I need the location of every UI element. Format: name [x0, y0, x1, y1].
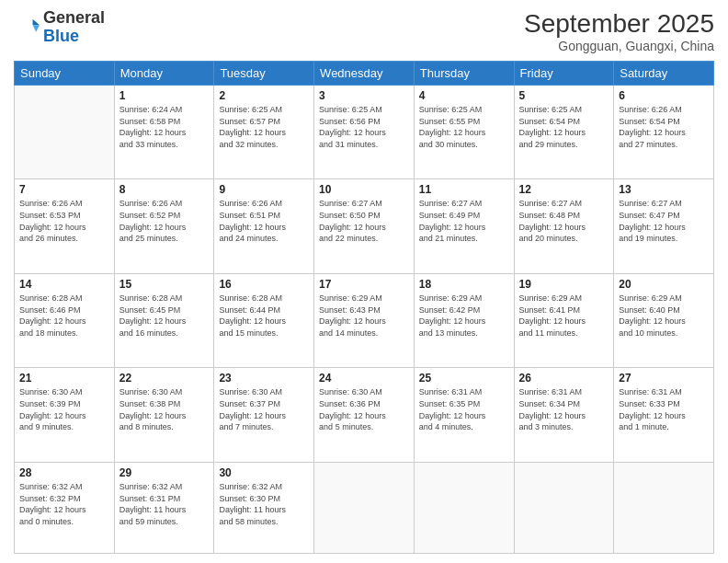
logo-general: General [43, 8, 105, 27]
cell-info: Sunrise: 6:31 AM Sunset: 6:35 PM Dayligh… [419, 386, 509, 432]
calendar-cell: 26Sunrise: 6:31 AM Sunset: 6:34 PM Dayli… [514, 368, 614, 462]
day-number: 20 [619, 278, 709, 291]
weekday-header: Sunday [15, 62, 115, 86]
day-number: 1 [119, 89, 210, 102]
day-number: 24 [319, 372, 409, 385]
calendar-cell [314, 462, 415, 553]
calendar-cell [514, 462, 614, 553]
calendar-cell [414, 462, 514, 553]
cell-info: Sunrise: 6:31 AM Sunset: 6:34 PM Dayligh… [519, 386, 609, 432]
logo: General Blue [14, 9, 105, 46]
day-number: 7 [19, 183, 109, 196]
logo-blue: Blue [43, 27, 79, 45]
svg-marker-1 [33, 25, 40, 31]
cell-info: Sunrise: 6:28 AM Sunset: 6:45 PM Dayligh… [119, 293, 210, 339]
day-number: 6 [619, 89, 709, 102]
day-number: 22 [119, 372, 210, 385]
calendar-cell: 17Sunrise: 6:29 AM Sunset: 6:43 PM Dayli… [314, 273, 415, 367]
cell-info: Sunrise: 6:25 AM Sunset: 6:55 PM Dayligh… [419, 104, 509, 150]
cell-info: Sunrise: 6:29 AM Sunset: 6:41 PM Dayligh… [519, 293, 609, 339]
calendar-cell: 13Sunrise: 6:27 AM Sunset: 6:47 PM Dayli… [614, 179, 714, 273]
day-number: 2 [219, 89, 309, 102]
calendar-cell: 28Sunrise: 6:32 AM Sunset: 6:32 PM Dayli… [15, 462, 115, 553]
calendar-cell: 25Sunrise: 6:31 AM Sunset: 6:35 PM Dayli… [414, 368, 514, 462]
day-number: 8 [119, 183, 210, 196]
calendar-cell: 11Sunrise: 6:27 AM Sunset: 6:49 PM Dayli… [414, 179, 514, 273]
calendar-cell: 4Sunrise: 6:25 AM Sunset: 6:55 PM Daylig… [414, 86, 514, 179]
cell-info: Sunrise: 6:30 AM Sunset: 6:39 PM Dayligh… [19, 386, 109, 432]
day-number: 21 [19, 372, 109, 385]
cell-info: Sunrise: 6:32 AM Sunset: 6:31 PM Dayligh… [119, 481, 210, 527]
day-number: 14 [19, 278, 109, 291]
day-number: 28 [19, 466, 109, 479]
day-number: 10 [319, 183, 409, 196]
cell-info: Sunrise: 6:26 AM Sunset: 6:54 PM Dayligh… [619, 104, 709, 150]
calendar-cell: 20Sunrise: 6:29 AM Sunset: 6:40 PM Dayli… [614, 273, 714, 367]
cell-info: Sunrise: 6:25 AM Sunset: 6:54 PM Dayligh… [519, 104, 609, 150]
day-number: 4 [419, 89, 509, 102]
logo-icon [14, 15, 40, 40]
cell-info: Sunrise: 6:27 AM Sunset: 6:49 PM Dayligh… [419, 198, 509, 244]
calendar-cell: 2Sunrise: 6:25 AM Sunset: 6:57 PM Daylig… [214, 86, 314, 179]
day-number: 23 [219, 372, 309, 385]
day-number: 16 [219, 278, 309, 291]
day-number: 11 [419, 183, 509, 196]
calendar-cell: 3Sunrise: 6:25 AM Sunset: 6:56 PM Daylig… [314, 86, 415, 179]
calendar: SundayMondayTuesdayWednesdayThursdayFrid… [14, 61, 714, 554]
calendar-cell: 24Sunrise: 6:30 AM Sunset: 6:36 PM Dayli… [314, 368, 415, 462]
cell-info: Sunrise: 6:28 AM Sunset: 6:46 PM Dayligh… [19, 293, 109, 339]
weekday-header: Saturday [614, 62, 714, 86]
calendar-cell: 5Sunrise: 6:25 AM Sunset: 6:54 PM Daylig… [514, 86, 614, 179]
cell-info: Sunrise: 6:27 AM Sunset: 6:47 PM Dayligh… [619, 198, 709, 244]
weekday-header: Tuesday [214, 62, 314, 86]
day-number: 5 [519, 89, 609, 102]
location: Gongguan, Guangxi, China [524, 39, 714, 53]
cell-info: Sunrise: 6:29 AM Sunset: 6:42 PM Dayligh… [419, 293, 509, 339]
calendar-cell: 22Sunrise: 6:30 AM Sunset: 6:38 PM Dayli… [114, 368, 214, 462]
day-number: 27 [619, 372, 709, 385]
calendar-cell: 6Sunrise: 6:26 AM Sunset: 6:54 PM Daylig… [614, 86, 714, 179]
day-number: 3 [319, 89, 409, 102]
day-number: 25 [419, 372, 509, 385]
day-number: 29 [119, 466, 210, 479]
calendar-cell: 21Sunrise: 6:30 AM Sunset: 6:39 PM Dayli… [15, 368, 115, 462]
cell-info: Sunrise: 6:30 AM Sunset: 6:37 PM Dayligh… [219, 386, 309, 432]
page: General Blue September 2025 Gongguan, Gu… [0, 0, 728, 563]
cell-info: Sunrise: 6:29 AM Sunset: 6:40 PM Dayligh… [619, 293, 709, 339]
calendar-cell: 16Sunrise: 6:28 AM Sunset: 6:44 PM Dayli… [214, 273, 314, 367]
calendar-cell: 7Sunrise: 6:26 AM Sunset: 6:53 PM Daylig… [15, 179, 115, 273]
cell-info: Sunrise: 6:27 AM Sunset: 6:50 PM Dayligh… [319, 198, 409, 244]
calendar-cell: 9Sunrise: 6:26 AM Sunset: 6:51 PM Daylig… [214, 179, 314, 273]
cell-info: Sunrise: 6:25 AM Sunset: 6:57 PM Dayligh… [219, 104, 309, 150]
calendar-cell [614, 462, 714, 553]
day-number: 12 [519, 183, 609, 196]
title-block: September 2025 Gongguan, Guangxi, China [524, 9, 714, 53]
day-number: 17 [319, 278, 409, 291]
calendar-cell: 1Sunrise: 6:24 AM Sunset: 6:58 PM Daylig… [114, 86, 214, 179]
weekday-header: Friday [514, 62, 614, 86]
cell-info: Sunrise: 6:25 AM Sunset: 6:56 PM Dayligh… [319, 104, 409, 150]
cell-info: Sunrise: 6:32 AM Sunset: 6:30 PM Dayligh… [219, 481, 309, 527]
day-number: 19 [519, 278, 609, 291]
calendar-cell: 19Sunrise: 6:29 AM Sunset: 6:41 PM Dayli… [514, 273, 614, 367]
cell-info: Sunrise: 6:30 AM Sunset: 6:36 PM Dayligh… [319, 386, 409, 432]
calendar-cell: 12Sunrise: 6:27 AM Sunset: 6:48 PM Dayli… [514, 179, 614, 273]
calendar-cell: 27Sunrise: 6:31 AM Sunset: 6:33 PM Dayli… [614, 368, 714, 462]
cell-info: Sunrise: 6:32 AM Sunset: 6:32 PM Dayligh… [19, 481, 109, 527]
logo-text: General Blue [43, 9, 105, 46]
day-number: 9 [219, 183, 309, 196]
calendar-cell: 29Sunrise: 6:32 AM Sunset: 6:31 PM Dayli… [114, 462, 214, 553]
calendar-cell [15, 86, 115, 179]
weekday-header: Thursday [414, 62, 514, 86]
calendar-cell: 10Sunrise: 6:27 AM Sunset: 6:50 PM Dayli… [314, 179, 415, 273]
cell-info: Sunrise: 6:31 AM Sunset: 6:33 PM Dayligh… [619, 386, 709, 432]
cell-info: Sunrise: 6:26 AM Sunset: 6:51 PM Dayligh… [219, 198, 309, 244]
calendar-cell: 30Sunrise: 6:32 AM Sunset: 6:30 PM Dayli… [214, 462, 314, 553]
calendar-cell: 15Sunrise: 6:28 AM Sunset: 6:45 PM Dayli… [114, 273, 214, 367]
month-year: September 2025 [524, 9, 714, 39]
weekday-header: Monday [114, 62, 214, 86]
day-number: 26 [519, 372, 609, 385]
calendar-cell: 14Sunrise: 6:28 AM Sunset: 6:46 PM Dayli… [15, 273, 115, 367]
cell-info: Sunrise: 6:26 AM Sunset: 6:53 PM Dayligh… [19, 198, 109, 244]
cell-info: Sunrise: 6:24 AM Sunset: 6:58 PM Dayligh… [119, 104, 210, 150]
